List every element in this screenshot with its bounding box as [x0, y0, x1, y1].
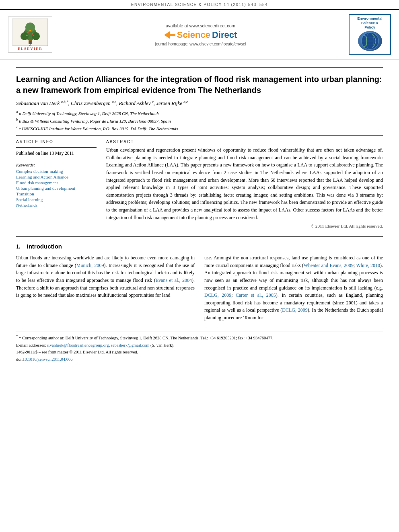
keyword-5[interactable]: Transition: [16, 191, 97, 196]
keyword-2[interactable]: Learning and Action Alliance: [16, 175, 97, 179]
issn-line: 1462-9011/$ – see front matter © 2011 El…: [16, 349, 383, 355]
journal-header-text: Environmental Science & Policy 14 (2011)…: [131, 2, 268, 7]
footnotes-block: * * Corresponding author at: Delft Unive…: [16, 331, 383, 363]
top-divider: [16, 67, 383, 68]
article-info-divider: [16, 147, 97, 148]
right-logo-title: EnvironmentalScience &Policy: [351, 16, 389, 29]
svg-point-6: [27, 32, 29, 33]
article-info-label: ARTICLE INFO: [16, 140, 97, 144]
paper-title: Learning and Action Alliances for the in…: [16, 74, 383, 96]
email-note-text: (S. van Herk).: [150, 343, 174, 347]
ref-white[interactable]: White, 2010: [356, 263, 380, 268]
intro-para-1: Urban floods are increasing worldwide an…: [16, 254, 195, 299]
journal-header-bar: Environmental Science & Policy 14 (2011)…: [0, 0, 399, 10]
svg-point-11: [29, 41, 31, 43]
right-journal-logo: EnvironmentalScience &Policy: [349, 14, 391, 55]
email-note: E-mail addresses: s.vanherk@floodresilie…: [16, 342, 383, 349]
intro-col1: Urban floods are increasing worldwide an…: [16, 254, 195, 325]
ref-carter[interactable]: Carter et al., 2005: [236, 292, 276, 298]
abstract-text: Urban development and regeneration prese…: [106, 146, 383, 221]
email-1-link[interactable]: s.vanherk@floodresiliencegroup.org: [47, 343, 109, 347]
branding-row: ELSEVIER available at www.sciencedirect.…: [0, 10, 399, 60]
author-richard-sup: c: [152, 100, 154, 104]
email-2-link[interactable]: sebasherk@gmail.com: [111, 343, 150, 347]
abstract-label: ABSTRACT: [106, 140, 383, 144]
keywords-divider: [16, 159, 97, 159]
affiliation-b: b b Bax & Willems Consulting Venturing, …: [16, 117, 383, 124]
ref-dclg1[interactable]: DCLG, 2009: [204, 292, 231, 298]
svg-point-7: [32, 33, 33, 35]
keyword-6[interactable]: Social learning: [16, 197, 97, 202]
svg-point-9: [27, 35, 28, 36]
section-number: 1.: [16, 244, 21, 250]
elsevier-wordmark: ELSEVIER: [18, 47, 43, 51]
keyword-4[interactable]: Urban planning and development: [16, 186, 97, 191]
author-sebastiaan-sup: a,b,*: [61, 100, 68, 104]
svg-marker-20: [164, 31, 175, 39]
doi-line: doi:10.1016/j.envsci.2011.04.006: [16, 356, 383, 363]
keyword-3[interactable]: Flood risk management: [16, 180, 97, 185]
keyword-1[interactable]: Complex decision-making: [16, 169, 97, 174]
article-info-col: ARTICLE INFO Published on line 13 May 20…: [16, 140, 97, 228]
sciencedirect-arrow-icon: [164, 31, 175, 39]
affiliations-block: a a Delft University of Technology, Stev…: [16, 109, 383, 132]
author-richard: Richard Ashley: [119, 101, 150, 107]
elsevier-tree-icon: [12, 18, 48, 46]
ref-evans[interactable]: Evans et al., 2004: [156, 277, 192, 283]
mid-divider: [16, 135, 383, 136]
svg-point-8: [29, 30, 31, 31]
keywords-label: Keywords:: [16, 162, 97, 167]
ref-munich[interactable]: Munich, 2009: [76, 263, 104, 268]
email-label-text: E-mail addresses:: [16, 343, 46, 347]
intro-body-columns: Urban floods are increasing worldwide an…: [16, 254, 383, 325]
author-chris: Chris Zevenbergen: [71, 101, 111, 107]
svg-point-10: [33, 35, 34, 36]
right-logo-globe: [358, 31, 382, 51]
svg-point-3: [21, 32, 29, 40]
section-header: 1. Introduction: [16, 243, 383, 250]
article-info-abstract-row: ARTICLE INFO Published on line 13 May 20…: [16, 140, 383, 228]
sciencedirect-sd: Science: [177, 30, 210, 40]
journal-homepage-text: journal homepage: www.elsevier.com/locat…: [56, 42, 345, 46]
sciencedirect-logo[interactable]: ScienceDirect: [164, 30, 237, 40]
affiliation-a: a a Delft University of Technology, Stev…: [16, 109, 383, 117]
introduction-section: 1. Introduction Urban floods are increas…: [16, 236, 383, 325]
author-chris-sup: a,c: [112, 100, 116, 104]
author-jeroen: Jeroen Rijke: [156, 101, 182, 107]
sciencedirect-direct: Direct: [212, 30, 237, 40]
globe-icon: [360, 31, 380, 51]
author-sebastiaan: Sebastiaan van Herk: [16, 101, 60, 107]
author-jeroen-sup: a,c: [183, 100, 188, 104]
corresponding-author-note: * * Corresponding author at: Delft Unive…: [16, 334, 383, 341]
copyright-text: © 2011 Elsevier Ltd. All rights reserved…: [106, 224, 383, 228]
abstract-col: ABSTRACT Urban development and regenerat…: [106, 140, 383, 228]
intro-para-2: use. Amongst the non-structural response…: [204, 254, 383, 321]
doi-link[interactable]: 10.1016/j.envsci.2011.04.006: [23, 357, 72, 362]
elsevier-logo: ELSEVIER: [8, 16, 52, 53]
center-branding: available at www.sciencedirect.com Scien…: [56, 23, 345, 46]
section-title: Introduction: [27, 243, 62, 250]
ref-dclg2[interactable]: DCLG, 2009: [282, 307, 307, 313]
available-at-text: available at www.sciencedirect.com: [56, 23, 345, 28]
published-date: Published on line 13 May 2011: [16, 151, 97, 156]
paper-content: Learning and Action Alliances for the in…: [0, 60, 399, 372]
keyword-7[interactable]: Netherlands: [16, 203, 97, 207]
authors-line: Sebastiaan van Herk a,b,*, Chris Zevenbe…: [16, 100, 383, 107]
affiliation-c: c c UNESCO-IHE Institute for Water Educa…: [16, 125, 383, 132]
ref-wheater[interactable]: Wheater and Evans, 2009: [304, 263, 354, 268]
intro-col2: use. Amongst the non-structural response…: [204, 254, 383, 325]
